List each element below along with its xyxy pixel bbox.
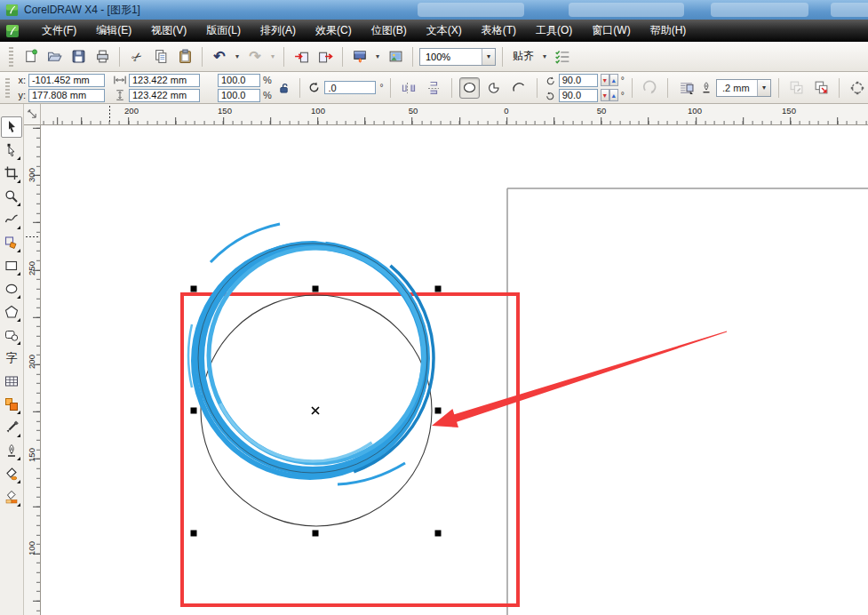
menu-text[interactable]: 文本(X) <box>417 20 472 42</box>
paste-button[interactable] <box>174 46 195 68</box>
mirror-vertical-button[interactable] <box>423 77 444 99</box>
save-button[interactable] <box>68 46 89 68</box>
drawing-canvas[interactable] <box>41 125 868 615</box>
export-button[interactable] <box>315 46 336 68</box>
end-angle-field[interactable]: 90.0 <box>559 89 598 102</box>
ruler-origin-icon <box>27 108 38 120</box>
brush-ring-artwork[interactable] <box>142 188 482 528</box>
cut-button[interactable]: ✂ <box>126 46 147 68</box>
print-button[interactable] <box>92 46 113 68</box>
options-button[interactable] <box>552 46 573 68</box>
horizontal-ruler[interactable]: 200 150 100 50 0 50 100 150 <box>41 104 868 125</box>
menu-table[interactable]: 表格(T) <box>472 20 526 42</box>
end-angle-unit: ° <box>621 91 625 100</box>
ellipse-mode-button[interactable] <box>459 77 481 99</box>
menu-file[interactable]: 文件(F) <box>32 20 86 42</box>
selection-center-marker[interactable] <box>312 407 319 414</box>
zoom-tool[interactable] <box>1 185 22 208</box>
end-angle-spin-up[interactable]: ▲ <box>609 89 618 101</box>
polygon-tool[interactable] <box>1 300 22 323</box>
y-position-field[interactable]: 177.808 mm <box>28 89 105 102</box>
new-document-button[interactable] <box>20 46 41 68</box>
menu-view[interactable]: 视图(V) <box>141 20 196 42</box>
welcome-screen-button[interactable] <box>385 46 406 68</box>
interactive-blend-tool[interactable] <box>1 393 22 416</box>
start-angle-spin-up[interactable]: ▲ <box>609 74 618 86</box>
vruler-label: 250 <box>27 261 36 276</box>
object-height-field[interactable]: 123.422 mm <box>129 89 200 102</box>
pick-cursor-icon <box>4 120 19 134</box>
fill-tool[interactable] <box>1 462 22 485</box>
rectangle-tool[interactable] <box>1 254 22 277</box>
hruler-label: 100 <box>688 106 702 116</box>
arc-mode-button[interactable] <box>508 77 530 99</box>
menu-arrange[interactable]: 排列(A) <box>251 20 306 42</box>
ellipse-tool[interactable] <box>1 277 22 300</box>
ruler-origin-box[interactable] <box>24 104 41 125</box>
snap-to-dropdown[interactable]: ▾ <box>540 52 549 60</box>
propbar-grip[interactable] <box>5 78 10 98</box>
copy-button[interactable] <box>150 46 171 68</box>
lock-ratio-button[interactable] <box>275 77 293 99</box>
text-tool[interactable]: 字 <box>1 347 22 370</box>
undo-button[interactable]: ↶ <box>209 46 230 68</box>
menu-edit[interactable]: 编辑(E) <box>86 20 141 42</box>
outline-width-dropdown[interactable]: ▾ <box>757 80 770 96</box>
zoom-combo-dropdown[interactable]: ▾ <box>482 49 495 65</box>
menu-layout[interactable]: 版面(L) <box>196 20 251 42</box>
crop-icon <box>4 166 19 180</box>
application-launcher-dropdown[interactable]: ▾ <box>373 52 382 60</box>
vruler-label: 300 <box>27 168 36 182</box>
to-back-of-layer-button[interactable] <box>786 77 808 99</box>
hruler-label: 150 <box>782 106 796 116</box>
application-launcher-button[interactable] <box>349 46 370 68</box>
wrap-paragraph-text-button[interactable] <box>675 77 697 99</box>
scale-vertical-field[interactable]: 100.0 <box>218 89 260 102</box>
mirror-horizontal-icon <box>402 81 416 95</box>
smart-fill-tool[interactable] <box>1 231 22 254</box>
import-button[interactable] <box>291 46 312 68</box>
outline-width-combo[interactable]: .2 mm ▾ <box>716 79 771 97</box>
crop-tool[interactable] <box>1 162 22 185</box>
pick-tool[interactable] <box>1 116 22 138</box>
open-button[interactable] <box>44 46 65 68</box>
title-bar[interactable]: CorelDRAW X4 - [图形1] <box>0 0 868 20</box>
menu-bitmaps[interactable]: 位图(B) <box>362 20 417 42</box>
start-angle-spin-down[interactable]: ▼ <box>601 74 609 86</box>
to-front-of-layer-button[interactable] <box>811 77 832 99</box>
zoom-level-combo[interactable]: 100% ▾ <box>419 48 496 66</box>
snap-to-label[interactable]: 贴齐 <box>509 49 538 64</box>
undo-dropdown[interactable]: ▾ <box>233 52 242 60</box>
start-angle-field[interactable]: 90.0 <box>559 74 598 87</box>
change-direction-button[interactable] <box>640 77 661 99</box>
document-menu-icon[interactable] <box>5 24 20 38</box>
mirror-horizontal-button[interactable] <box>398 77 419 99</box>
menu-tools[interactable]: 工具(O) <box>526 20 582 42</box>
toolbar-grip[interactable] <box>9 47 13 67</box>
redo-dropdown[interactable]: ▾ <box>268 52 277 60</box>
propbar-separator <box>667 78 668 98</box>
vertical-ruler[interactable]: 300 250 200 150 100 <box>24 125 41 615</box>
interactive-fill-tool[interactable] <box>1 485 22 508</box>
propbar-separator <box>632 78 633 98</box>
outline-width-icon <box>700 81 713 94</box>
table-tool[interactable] <box>1 370 22 393</box>
convert-to-curves-button[interactable] <box>847 77 868 99</box>
annotation-arrow <box>432 331 727 427</box>
shape-tool[interactable] <box>1 139 22 162</box>
menu-effects[interactable]: 效果(C) <box>306 20 362 42</box>
x-position-field[interactable]: -101.452 mm <box>28 74 105 87</box>
eyedropper-tool[interactable] <box>1 416 22 439</box>
basic-shapes-tool[interactable] <box>1 323 22 347</box>
scale-horizontal-field[interactable]: 100.0 <box>218 74 260 87</box>
rotation-angle-field[interactable]: .0 <box>324 81 376 94</box>
freehand-tool[interactable] <box>1 208 22 231</box>
menu-window[interactable]: 窗口(W) <box>582 20 640 42</box>
menu-help[interactable]: 帮助(H) <box>641 20 697 42</box>
coreldraw-logo-icon <box>5 4 19 17</box>
object-width-field[interactable]: 123.422 mm <box>129 74 200 87</box>
outline-pen-tool[interactable] <box>1 439 22 462</box>
pie-mode-button[interactable] <box>483 77 505 99</box>
end-angle-spin-down[interactable]: ▼ <box>601 89 609 101</box>
redo-button[interactable]: ↷ <box>244 46 266 68</box>
